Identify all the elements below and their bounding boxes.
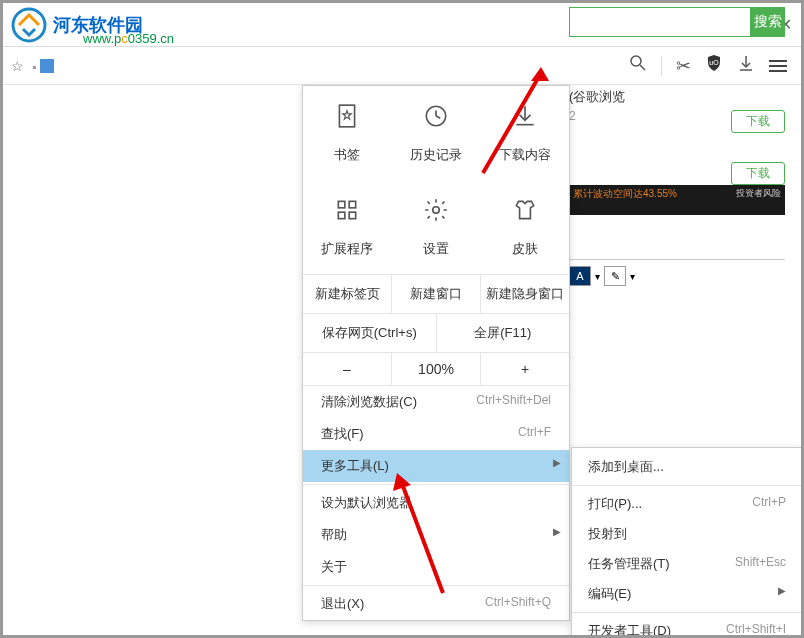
download-button[interactable]: 下载 (731, 162, 785, 185)
download-icon (512, 103, 538, 136)
dropdown-icon[interactable]: ▾ (630, 271, 635, 282)
editor-toolbar: A ▾ ✎ ▾ (569, 259, 785, 286)
submenu-task-manager[interactable]: 任务管理器(T)Shift+Esc (572, 549, 802, 579)
menu-save-page[interactable]: 保存网页(Ctrl+s) (303, 314, 437, 352)
search-input[interactable] (569, 7, 751, 37)
download-item-sub: 2 (569, 109, 576, 123)
submenu-cast[interactable]: 投射到 (572, 519, 802, 549)
menu-skin[interactable]: 皮肤 (480, 180, 569, 274)
history-icon (423, 103, 449, 136)
bookmark-star-icon[interactable]: ☆ (11, 58, 24, 74)
menu-help[interactable]: 帮助▶ (303, 519, 569, 551)
submenu-dev-tools[interactable]: 开发者工具(D)Ctrl+Shift+I (572, 616, 802, 638)
menu-bookmarks[interactable]: 书签 (303, 86, 392, 180)
logo-icon (11, 7, 47, 43)
menu-extensions[interactable]: 扩展程序 (303, 180, 392, 274)
svg-rect-16 (349, 212, 356, 219)
menu-history[interactable]: 历史记录 (392, 86, 481, 180)
svg-marker-7 (343, 110, 352, 119)
chevron-right-icon: ▶ (553, 526, 561, 537)
more-tools-submenu: 添加到桌面... 打印(P)...Ctrl+P 投射到 任务管理器(T)Shif… (571, 447, 803, 638)
chevron-right-icon: ▶ (553, 457, 561, 468)
bookmark-icon (334, 103, 360, 136)
skin-icon (512, 197, 538, 230)
gear-icon (423, 197, 449, 230)
chevron-right-icon: ▶ (778, 585, 786, 603)
menu-clear-data[interactable]: 清除浏览数据(C)Ctrl+Shift+Del (303, 386, 569, 418)
download-item-title: (谷歌浏览 (569, 89, 625, 104)
svg-rect-14 (349, 201, 356, 208)
dropdown-icon[interactable]: ▾ (595, 271, 600, 282)
svg-line-10 (436, 116, 440, 118)
watermark-url: www.pc0359.cn (83, 31, 174, 46)
main-menu: 书签 历史记录 下载内容 扩展程序 设置 皮肤 新建标签页 新建窗口 新建隐身窗… (302, 85, 570, 621)
color-picker-icon[interactable]: A (569, 266, 591, 286)
submenu-print[interactable]: 打印(P)...Ctrl+P (572, 489, 802, 519)
menu-more-tools[interactable]: 更多工具(L)▶ (303, 450, 569, 482)
menu-set-default-browser[interactable]: 设为默认浏览器 (303, 487, 569, 519)
zoom-out-button[interactable]: – (303, 353, 392, 385)
extensions-icon (334, 197, 360, 230)
svg-rect-15 (339, 212, 346, 219)
submenu-add-to-desktop[interactable]: 添加到桌面... (572, 452, 802, 482)
svg-rect-6 (340, 105, 355, 127)
svg-point-17 (433, 206, 440, 213)
search-button[interactable]: 搜索 (751, 7, 785, 37)
download-button[interactable]: 下载 (731, 110, 785, 133)
pencil-icon[interactable]: ✎ (604, 266, 626, 286)
zoom-level: 100% (392, 353, 481, 385)
menu-new-tab[interactable]: 新建标签页 (303, 275, 392, 313)
menu-downloads[interactable]: 下载内容 (480, 86, 569, 180)
menu-find[interactable]: 查找(F)Ctrl+F (303, 418, 569, 450)
svg-rect-13 (339, 201, 346, 208)
zoom-in-button[interactable]: + (481, 353, 569, 385)
menu-new-window[interactable]: 新建窗口 (392, 275, 481, 313)
menu-fullscreen[interactable]: 全屏(F11) (437, 314, 570, 352)
ad-banner: 累计波动空间达43.55% 投资者风险 (569, 185, 785, 215)
menu-exit[interactable]: 退出(X)Ctrl+Shift+Q (303, 588, 569, 620)
menu-about[interactable]: 关于 (303, 551, 569, 583)
submenu-encoding[interactable]: 编码(E)▶ (572, 579, 802, 609)
menu-settings[interactable]: 设置 (392, 180, 481, 274)
page-favicon: ▪ (32, 57, 54, 74)
menu-new-incognito[interactable]: 新建隐身窗口 (481, 275, 569, 313)
